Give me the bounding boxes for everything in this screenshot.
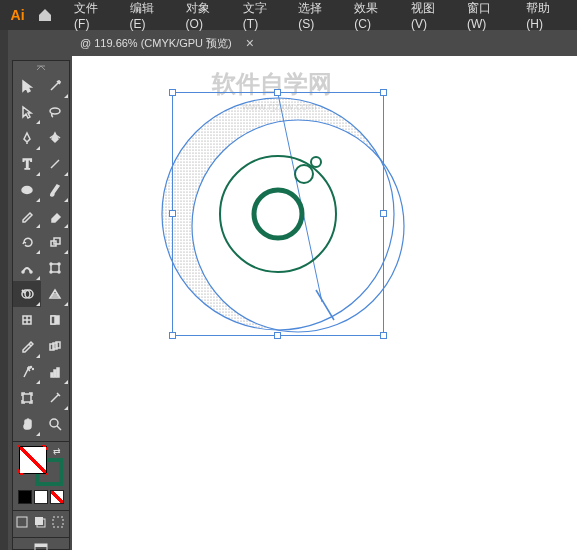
app-logo: Ai <box>4 3 31 27</box>
direct-selection-tool[interactable] <box>13 99 41 125</box>
svg-rect-29 <box>35 517 43 525</box>
svg-rect-30 <box>53 517 63 527</box>
draw-behind-icon[interactable] <box>33 515 49 531</box>
paintbrush-tool[interactable] <box>41 177 69 203</box>
menu-bar-container: Ai 文件(F) 编辑(E) 对象(O) 文字(T) 选择(S) 效果(C) 视… <box>0 0 577 30</box>
svg-point-8 <box>50 263 52 265</box>
mesh-tool[interactable] <box>13 307 41 333</box>
document-tab[interactable]: @ 119.66% (CMYK/GPU 预览) × <box>72 31 266 55</box>
mini-swatches <box>18 490 64 504</box>
svg-text:T: T <box>23 157 32 171</box>
selection-handle-w[interactable] <box>169 210 176 217</box>
width-tool[interactable] <box>13 255 41 281</box>
svg-point-2 <box>22 187 32 194</box>
ellipse-tool[interactable] <box>13 177 41 203</box>
gradient-tool[interactable] <box>41 307 69 333</box>
left-panel-area: T ⇄ <box>0 30 72 550</box>
home-icon[interactable] <box>31 1 58 29</box>
svg-rect-27 <box>17 517 27 527</box>
tools-collapse-handle[interactable] <box>13 63 69 73</box>
perspective-grid-tool[interactable] <box>41 281 69 307</box>
svg-rect-19 <box>56 342 60 348</box>
tools-panel: T ⇄ <box>12 60 70 550</box>
svg-point-11 <box>58 271 60 273</box>
menu-help[interactable]: 帮助(H) <box>518 0 573 35</box>
pencil-tool[interactable] <box>13 203 41 229</box>
selection-handle-nw[interactable] <box>169 89 176 96</box>
column-graph-tool[interactable] <box>41 359 69 385</box>
zoom-tool[interactable] <box>41 411 69 437</box>
shape-builder-tool[interactable] <box>13 281 41 307</box>
curvature-tool[interactable] <box>41 125 69 151</box>
svg-rect-24 <box>57 368 59 377</box>
menu-effect[interactable]: 效果(C) <box>346 0 401 35</box>
symbol-sprayer-tool[interactable] <box>13 359 41 385</box>
document-tab-label: @ 119.66% (CMYK/GPU 预览) <box>80 36 232 51</box>
close-icon[interactable]: × <box>242 35 258 51</box>
canvas[interactable]: 软件自学网 www.rjzxw.com <box>72 56 577 550</box>
selection-handle-s[interactable] <box>274 332 281 339</box>
svg-point-6 <box>30 271 32 273</box>
svg-point-20 <box>31 367 32 368</box>
free-transform-tool[interactable] <box>41 255 69 281</box>
selection-handle-sw[interactable] <box>169 332 176 339</box>
scale-tool[interactable] <box>41 229 69 255</box>
svg-point-10 <box>50 271 52 273</box>
magic-wand-tool[interactable] <box>41 73 69 99</box>
menu-bar: 文件(F) 编辑(E) 对象(O) 文字(T) 选择(S) 效果(C) 视图(V… <box>66 0 573 35</box>
svg-point-26 <box>50 419 58 427</box>
selection-handle-n[interactable] <box>274 89 281 96</box>
type-tool[interactable]: T <box>13 151 41 177</box>
draw-normal-icon[interactable] <box>15 515 31 531</box>
color-swatch-white[interactable] <box>34 490 48 504</box>
eraser-tool[interactable] <box>41 203 69 229</box>
selection-tool[interactable] <box>13 73 41 99</box>
pen-tool[interactable] <box>13 125 41 151</box>
menu-select[interactable]: 选择(S) <box>290 0 344 35</box>
selection-handle-e[interactable] <box>380 210 387 217</box>
menu-object[interactable]: 对象(O) <box>178 0 233 35</box>
menu-edit[interactable]: 编辑(E) <box>122 0 176 35</box>
color-swatch-black[interactable] <box>18 490 32 504</box>
rotate-tool[interactable] <box>13 229 41 255</box>
svg-rect-32 <box>35 544 47 547</box>
blend-tool[interactable] <box>41 333 69 359</box>
svg-rect-22 <box>51 373 53 377</box>
artboard-tool[interactable] <box>13 385 41 411</box>
svg-point-9 <box>58 263 60 265</box>
eyedropper-tool[interactable] <box>13 333 41 359</box>
panel-strip <box>0 30 8 550</box>
menu-window[interactable]: 窗口(W) <box>459 0 516 35</box>
logo-text: Ai <box>11 7 25 23</box>
lasso-tool[interactable] <box>41 99 69 125</box>
selection-handle-ne[interactable] <box>380 89 387 96</box>
menu-file[interactable]: 文件(F) <box>66 0 119 35</box>
selection-bounding-box[interactable] <box>172 92 384 336</box>
screen-mode[interactable] <box>13 537 69 550</box>
slice-tool[interactable] <box>41 385 69 411</box>
menu-view[interactable]: 视图(V) <box>403 0 457 35</box>
svg-point-21 <box>33 369 34 370</box>
selection-handle-se[interactable] <box>380 332 387 339</box>
tool-grid: T <box>13 73 69 437</box>
menu-type[interactable]: 文字(T) <box>235 0 288 35</box>
swap-fill-stroke-icon[interactable]: ⇄ <box>53 446 61 456</box>
line-tool[interactable] <box>41 151 69 177</box>
color-controls: ⇄ <box>13 441 69 550</box>
draw-modes <box>13 510 69 531</box>
color-swatch-none[interactable] <box>50 490 64 504</box>
svg-point-5 <box>22 271 24 273</box>
svg-rect-25 <box>23 394 31 402</box>
hand-tool[interactable] <box>13 411 41 437</box>
fill-stroke-swatch[interactable]: ⇄ <box>19 446 63 486</box>
fill-swatch[interactable] <box>19 446 47 474</box>
svg-rect-23 <box>54 370 56 377</box>
draw-inside-icon[interactable] <box>51 515 67 531</box>
svg-rect-16 <box>51 316 55 324</box>
